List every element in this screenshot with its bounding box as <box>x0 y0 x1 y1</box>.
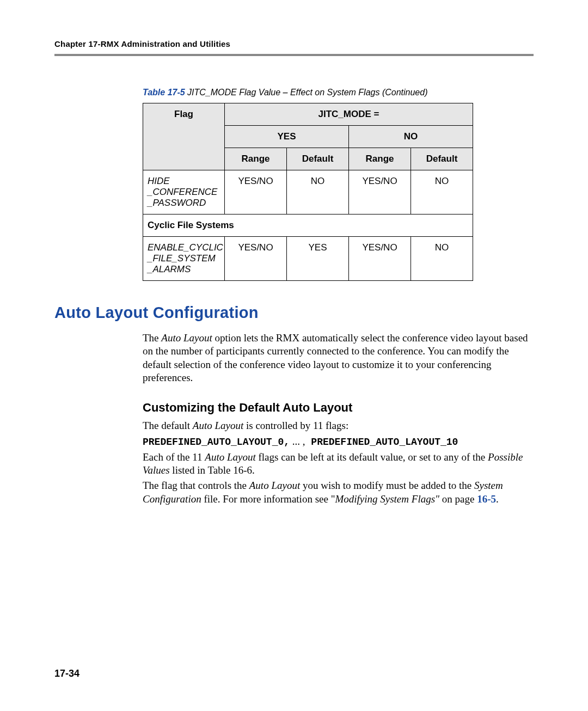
emphasis: Auto Layout <box>161 332 212 344</box>
text: listed in Table 16-6. <box>170 464 255 476</box>
body-block-1: The Auto Layout option lets the RMX auto… <box>143 332 534 384</box>
heading-customizing-default-auto-layout: Customizing the Default Auto Layout <box>143 401 534 415</box>
th-yes-default: Default <box>287 148 349 170</box>
cell-no-default: NO <box>411 170 473 214</box>
table-row: ENABLE_CYCLIC _FILE_SYSTEM _ALARMS YES/N… <box>143 237 473 281</box>
emphasis: Auto Layout <box>193 420 243 431</box>
paragraph: Each of the 11 Auto Layout flags can be … <box>143 451 534 477</box>
table-wrap: Flag JITC_MODE = YES NO Range Default Ra… <box>143 103 534 281</box>
text: . <box>496 493 499 505</box>
paragraph: PREDEFINED_AUTO_LAYOUT_0, ... , PREDEFIN… <box>143 435 534 449</box>
flag-line: _ALARMS <box>148 264 191 274</box>
cell-yes-range: YES/NO <box>225 170 287 214</box>
text: Each of the 11 <box>143 451 205 463</box>
header-rule <box>54 54 534 56</box>
cell-flag: HIDE _CONFERENCE _PASSWORD <box>143 170 225 214</box>
text: The flag that controls the <box>143 480 249 491</box>
running-head: Chapter 17-RMX Administration and Utilit… <box>54 39 534 48</box>
cell-yes-range: YES/NO <box>225 237 287 281</box>
text: flags can be left at its default value, … <box>256 451 488 463</box>
body-block-2: The default Auto Layout is controlled by… <box>143 419 534 506</box>
flag-line: _PASSWORD <box>148 198 206 208</box>
page: Chapter 17-RMX Administration and Utilit… <box>0 0 588 711</box>
cell-no-range: YES/NO <box>349 237 411 281</box>
table-row: HIDE _CONFERENCE _PASSWORD YES/NO NO YES… <box>143 170 473 214</box>
emphasis: Auto Layout <box>205 451 255 463</box>
flag-line: _CONFERENCE <box>148 187 217 197</box>
text: file. For more information see " <box>201 493 335 505</box>
flag-line: _FILE_SYSTEM <box>148 253 216 263</box>
table-caption: Table 17-5 JITC_MODE Flag Value – Effect… <box>143 88 534 97</box>
th-no: NO <box>349 126 473 148</box>
cell-yes-default: YES <box>287 237 349 281</box>
th-yes: YES <box>225 126 349 148</box>
text: ... , <box>290 436 305 447</box>
paragraph: The default Auto Layout is controlled by… <box>143 419 534 432</box>
th-no-default: Default <box>411 148 473 170</box>
emphasis: Auto Layout <box>249 480 300 491</box>
cell-section: Cyclic File Systems <box>143 214 473 237</box>
table-body: HIDE _CONFERENCE _PASSWORD YES/NO NO YES… <box>143 170 473 281</box>
emphasis: Modifying System Flags" <box>335 493 439 505</box>
code-text: PREDEFINED_AUTO_LAYOUT_0, <box>143 437 290 448</box>
th-flag: Flag <box>143 103 225 170</box>
flag-line: HIDE <box>148 176 170 186</box>
page-number: 17-34 <box>54 668 79 679</box>
text: The <box>143 332 161 344</box>
table-section-row: Cyclic File Systems <box>143 214 473 237</box>
cell-no-range: YES/NO <box>349 170 411 214</box>
cell-yes-default: NO <box>287 170 349 214</box>
text: is controlled by 11 flags: <box>243 420 348 431</box>
text: The default <box>143 420 193 431</box>
cross-reference-link[interactable]: 16-5 <box>477 493 496 505</box>
heading-auto-layout-config: Auto Layout Configuration <box>54 304 534 322</box>
table-caption-text: JITC_MODE Flag Value – Effect on System … <box>185 88 428 97</box>
th-jitc-mode: JITC_MODE = <box>225 103 473 126</box>
cell-no-default: NO <box>411 237 473 281</box>
flag-line: ENABLE_CYCLIC <box>148 242 223 253</box>
table-caption-label: Table 17-5 <box>143 88 185 97</box>
paragraph: The Auto Layout option lets the RMX auto… <box>143 332 534 384</box>
th-yes-range: Range <box>225 148 287 170</box>
text: you wish to modify must be added to the <box>300 480 474 491</box>
cell-flag: ENABLE_CYCLIC _FILE_SYSTEM _ALARMS <box>143 237 225 281</box>
text: on page <box>439 493 477 505</box>
code-text: PREDEFINED_AUTO_LAYOUT_10 <box>305 437 458 448</box>
paragraph: The flag that controls the Auto Layout y… <box>143 479 534 506</box>
flags-table: Flag JITC_MODE = YES NO Range Default Ra… <box>143 103 473 281</box>
table-head: Flag JITC_MODE = YES NO Range Default Ra… <box>143 103 473 170</box>
th-no-range: Range <box>349 148 411 170</box>
